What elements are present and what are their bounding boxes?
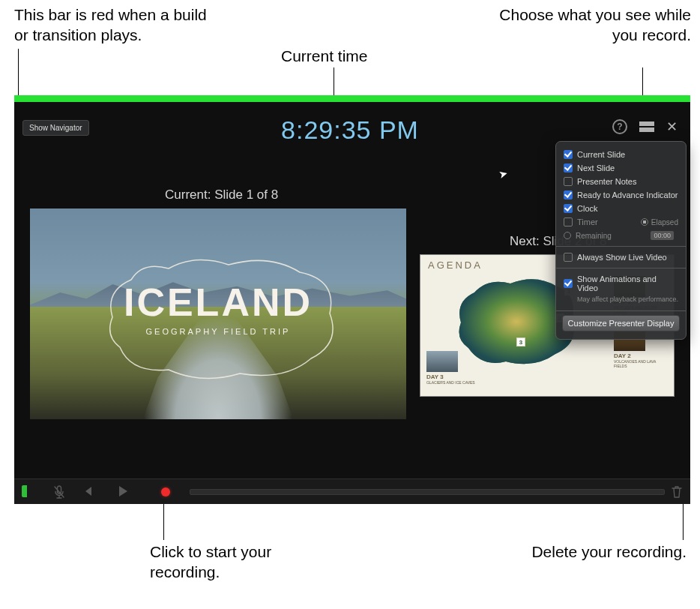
checkbox-icon[interactable] <box>564 190 573 200</box>
help-icon[interactable]: ? <box>612 119 627 134</box>
checkbox-icon[interactable] <box>564 204 573 213</box>
checkbox-icon[interactable] <box>564 253 573 262</box>
option-clock[interactable]: Clock <box>556 202 686 215</box>
checkbox-icon[interactable] <box>564 177 573 186</box>
checkbox-icon[interactable] <box>564 164 573 172</box>
ready-to-advance-bar <box>14 95 690 102</box>
display-options-popover: Current Slide Next Slide Presenter Notes… <box>555 141 687 340</box>
callout-line <box>163 504 164 540</box>
agenda-heading: AGENDA <box>428 260 483 271</box>
option-ready-indicator[interactable]: Ready to Advance Indicator <box>556 188 686 202</box>
slide-subtitle: GEOGRAPHY FIELD TRIP <box>30 327 406 336</box>
callout-choose-view: Choose what you see while you record. <box>496 4 691 46</box>
callout-line <box>18 49 19 96</box>
radio-icon[interactable] <box>564 232 571 239</box>
option-timer-remaining[interactable]: Remaining 00:00 <box>556 229 686 242</box>
map-marker: 3 <box>516 338 525 346</box>
recording-timeline[interactable] <box>190 489 665 495</box>
play-icon[interactable] <box>118 485 128 500</box>
option-animations[interactable]: Show Animations and Video <box>556 272 686 295</box>
radio-icon[interactable] <box>641 218 648 226</box>
record-button[interactable] <box>161 488 170 496</box>
current-slide-label: Current: Slide 1 of 8 <box>165 188 278 202</box>
checkbox-icon[interactable] <box>564 218 573 226</box>
callout-red-bar: This bar is red when a build or transiti… <box>14 4 209 46</box>
recording-toolbar <box>14 478 690 504</box>
microphone-icon[interactable] <box>53 485 65 502</box>
layout-options-icon[interactable] <box>639 122 654 132</box>
option-timer[interactable]: Timer Elapsed <box>556 215 686 229</box>
slide-title: ICELAND <box>30 280 406 325</box>
animations-note: May affect playback performance. <box>556 295 686 307</box>
close-icon[interactable]: ✕ <box>666 118 678 135</box>
callout-current-time: Current time <box>281 46 431 66</box>
current-slide-preview: ICELAND GEOGRAPHY FIELD TRIP <box>30 208 406 419</box>
previous-icon[interactable] <box>82 485 94 500</box>
agenda-card: DAY 3 GLACIERS AND ICE CAVES <box>426 351 480 385</box>
option-current-slide[interactable]: Current Slide <box>556 148 686 161</box>
status-indicator-icon <box>22 485 27 497</box>
checkbox-icon[interactable] <box>564 279 573 288</box>
callout-start-recording: Click to start your recording. <box>150 542 315 583</box>
trash-icon[interactable] <box>671 485 683 502</box>
customize-presenter-display-button[interactable]: Customize Presenter Display <box>562 315 680 332</box>
callout-delete-recording: Delete your recording. <box>457 542 687 562</box>
option-next-slide[interactable]: Next Slide <box>556 161 686 175</box>
option-presenter-notes[interactable]: Presenter Notes <box>556 175 686 188</box>
option-live-video[interactable]: Always Show Live Video <box>556 250 686 264</box>
checkbox-icon[interactable] <box>564 150 573 159</box>
timer-value: 00:00 <box>651 231 674 240</box>
callout-line <box>683 504 684 540</box>
